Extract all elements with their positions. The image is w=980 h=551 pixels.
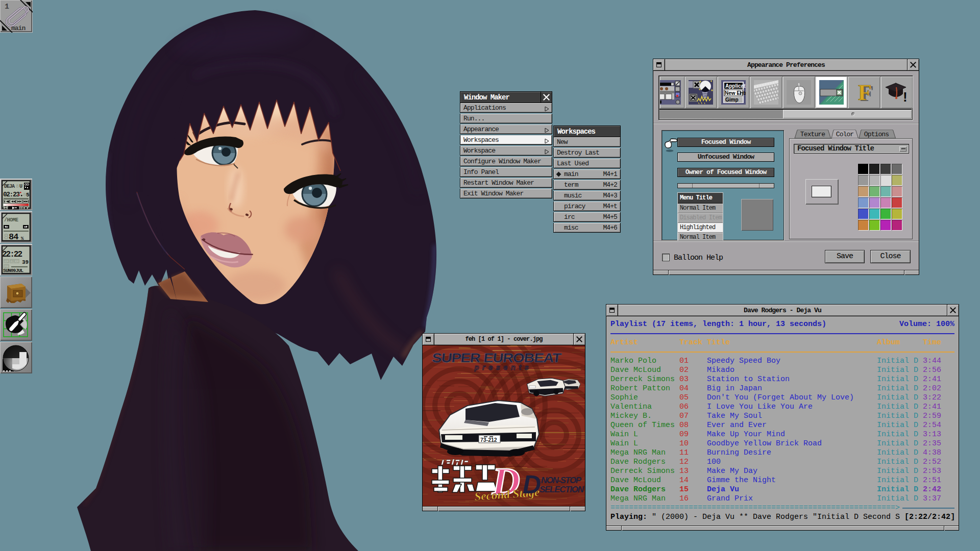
svg-text:U: U [19, 184, 22, 189]
svg-text:main: main [11, 24, 26, 32]
svg-text:D: D [523, 470, 541, 499]
svg-text:Texture: Texture [800, 131, 825, 138]
svg-text:8: 8 [16, 184, 19, 189]
svg-text:!: ! [903, 89, 908, 105]
svg-text:02:23: 02:23 [3, 191, 20, 198]
svg-text:Options: Options [864, 131, 889, 138]
svg-text:NON-STOP: NON-STOP [541, 475, 582, 485]
svg-text:5: 5 [26, 192, 30, 198]
svg-text:%: % [21, 236, 24, 241]
svg-text:DEJA: DEJA [4, 184, 15, 189]
svg-text:Applicati: Applicati [725, 83, 746, 89]
svg-text:F: F [858, 80, 872, 105]
svg-text:1: 1 [5, 3, 9, 11]
svg-text:SUN09JUL: SUN09JUL [3, 268, 23, 273]
svg-text:73-212: 73-212 [480, 437, 497, 443]
svg-text:/HOME: /HOME [4, 217, 18, 223]
svg-text:SUPER EUROBEAT: SUPER EUROBEAT [431, 350, 562, 365]
svg-text:New Entr: New Entr [725, 90, 746, 96]
svg-text:8: 8 [4, 232, 9, 242]
svg-text:Gimp: Gimp [725, 97, 739, 103]
svg-text:ALRM: ALRM [10, 260, 19, 264]
svg-text:22:22: 22:22 [2, 250, 22, 259]
svg-text:39: 39 [22, 259, 29, 265]
svg-text:AM: AM [4, 260, 8, 264]
svg-text:84: 84 [9, 232, 18, 242]
svg-text:Color: Color [836, 131, 854, 138]
svg-text:SELECTION: SELECTION [540, 485, 584, 494]
